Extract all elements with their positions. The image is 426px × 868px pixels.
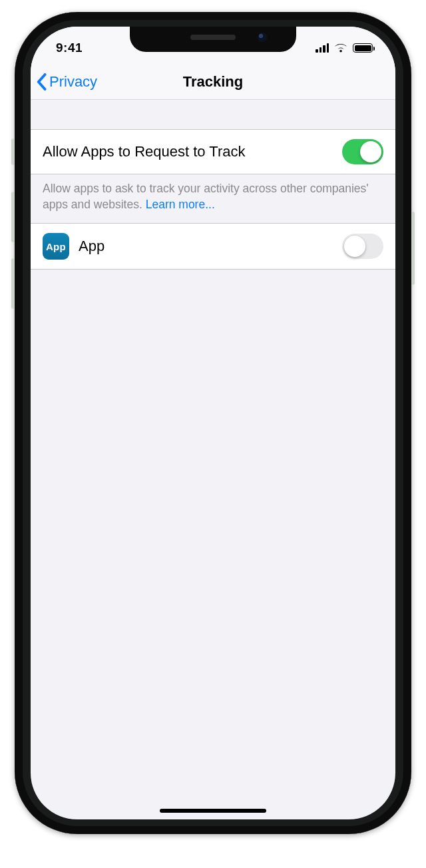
app-tracking-row: App App <box>31 223 395 270</box>
volume-up-button <box>11 192 15 242</box>
back-button[interactable]: Privacy <box>36 64 97 99</box>
navigation-bar: Privacy Tracking <box>31 64 395 100</box>
app-tracking-label: App <box>79 238 105 255</box>
allow-tracking-requests-toggle[interactable] <box>342 139 383 164</box>
volume-down-button <box>11 258 15 309</box>
app-icon: App <box>43 233 69 260</box>
side-button <box>411 212 415 285</box>
wifi-icon <box>334 43 347 53</box>
allow-tracking-footer: Allow apps to ask to track your activity… <box>31 174 395 223</box>
allow-tracking-requests-label: Allow Apps to Request to Track <box>43 143 246 160</box>
home-indicator[interactable] <box>160 809 266 813</box>
allow-tracking-requests-row: Allow Apps to Request to Track <box>31 129 395 174</box>
back-button-label: Privacy <box>49 73 97 91</box>
earpiece-speaker <box>190 35 236 40</box>
app-tracking-toggle[interactable] <box>342 234 383 259</box>
phone-device-frame: 9:41 Privacy Tracking <box>15 12 411 834</box>
ring-silent-switch <box>11 138 15 165</box>
front-camera <box>258 33 267 42</box>
device-notch <box>130 27 296 52</box>
chevron-left-icon <box>36 73 48 91</box>
battery-icon <box>353 43 373 53</box>
settings-content: Allow Apps to Request to Track Allow app… <box>31 100 395 819</box>
status-time: 9:41 <box>56 41 83 55</box>
learn-more-link[interactable]: Learn more... <box>146 198 215 211</box>
cellular-signal-icon <box>316 43 329 53</box>
page-title: Tracking <box>183 73 243 91</box>
screen: 9:41 Privacy Tracking <box>31 27 395 819</box>
